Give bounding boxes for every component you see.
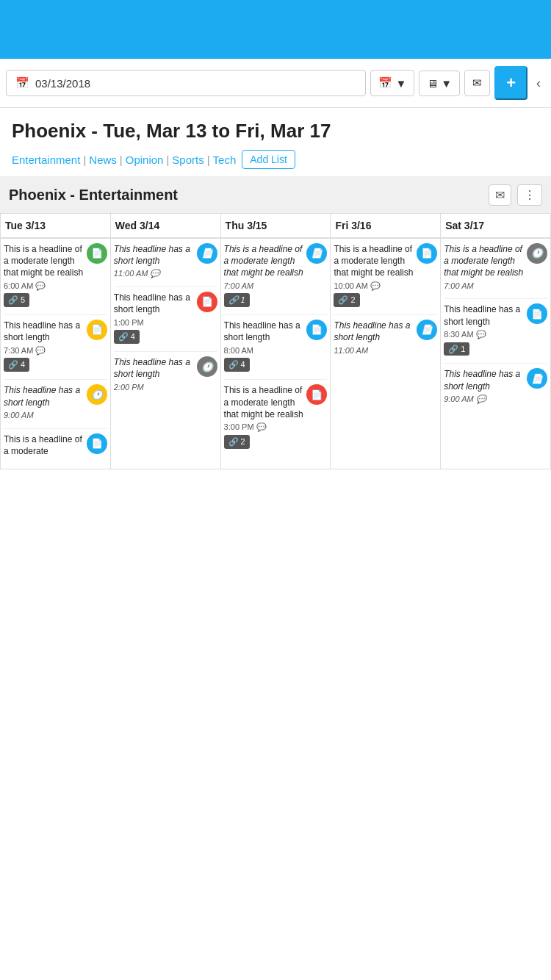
list-item[interactable]: This headline has a short length 📄 1:00 … (114, 292, 217, 344)
comment-icon: 💬 (256, 422, 267, 433)
event-time: 7:30 AM 💬 (4, 345, 107, 356)
divider (444, 298, 547, 299)
paperclip-icon: 🔗 (118, 331, 129, 342)
back-btn[interactable]: ‹ (532, 70, 545, 97)
attachment-badge: 🔗 2 (224, 435, 250, 449)
event-icon-doc: 📄 (306, 320, 327, 340)
calendar-dropdown-btn[interactable]: 📅 ▼ (370, 70, 414, 96)
toolbar: 📅 03/13/2018 📅 ▼ 🖥 ▼ ✉ + ‹ (0, 59, 551, 108)
section-mail-btn[interactable]: ✉ (489, 184, 511, 206)
list-item[interactable]: This headline has a short length 🕐 2:00 … (114, 356, 217, 392)
day-header-thu: Thu 3/15 (221, 214, 331, 239)
paperclip-icon: 🔗 (8, 295, 18, 306)
sep1: | (83, 154, 86, 166)
dropdown-arrow: ▼ (395, 77, 406, 90)
cat-link-news[interactable]: News (89, 154, 117, 166)
mail-icon: ✉ (472, 76, 482, 90)
event-text: This is a headline of a moderate length … (4, 243, 84, 279)
event-icon-doc: 📄 (87, 243, 107, 264)
event-time: 1:00 PM (114, 317, 217, 328)
day-col-fri: This is a headline of a moderate length … (331, 239, 441, 469)
list-item[interactable]: This headline has a short length 🕐 9:00 … (4, 384, 107, 420)
event-text: This headline has a short length (224, 320, 304, 343)
list-item[interactable]: This headline has a short length 📄 9:00 … (444, 368, 547, 404)
comment-icon: 💬 (476, 394, 486, 405)
date-value: 03/13/2018 (35, 77, 90, 90)
paperclip-icon: 🔗 (228, 295, 239, 306)
attachment-badge: 🔗 4 (4, 358, 29, 372)
event-text: This headline has a short length (4, 320, 84, 343)
mail-btn[interactable]: ✉ (464, 70, 490, 96)
sep4: | (207, 154, 210, 166)
event-time: 11:00 AM (334, 345, 437, 356)
cat-link-entertainment[interactable]: Entertainment (12, 154, 80, 166)
section-more-btn[interactable]: ⋮ (517, 184, 542, 206)
add-btn[interactable]: + (494, 66, 527, 100)
divider (334, 314, 437, 315)
event-icon-doc: 📄 (197, 292, 217, 312)
list-item[interactable]: This is a headline of a moderate length … (224, 243, 328, 307)
cat-link-opinion[interactable]: Opinion (126, 154, 164, 166)
calendar-grid-body: This is a headline of a moderate length … (0, 239, 551, 469)
event-icon-doc: 📄 (306, 384, 327, 405)
list-item[interactable]: This is a headline of a moderate 📄 (4, 433, 107, 457)
cat-link-tech[interactable]: Tech (213, 154, 237, 166)
event-time: 11:00 AM 💬 (114, 268, 217, 279)
section-title: Phoenix - Entertainment (9, 187, 178, 203)
divider (4, 314, 107, 315)
event-text: This headline has a short length (114, 243, 194, 267)
back-icon: ‹ (536, 76, 541, 90)
list-item[interactable]: This is a headline of a moderate length … (334, 243, 437, 307)
plus-icon: + (506, 73, 516, 92)
paperclip-icon: 🔗 (338, 295, 348, 306)
list-item[interactable]: This headline has a short length 📄 11:00… (114, 243, 217, 279)
event-time: 3:00 PM 💬 (224, 422, 328, 433)
divider (224, 314, 328, 315)
list-item[interactable]: This headline has a short length 📄 7:30 … (4, 320, 107, 372)
event-text: This headline has a short length (114, 292, 194, 315)
date-picker[interactable]: 📅 03/13/2018 (6, 70, 366, 96)
divider (114, 351, 217, 352)
page-header: Phoenix - Tue, Mar 13 to Fri, Mar 17 Ent… (0, 108, 551, 177)
event-icon-clock: 🕐 (197, 356, 217, 377)
calendar-icon: 📅 (15, 76, 29, 90)
monitor-dropdown-btn[interactable]: 🖥 ▼ (419, 71, 460, 96)
comment-icon: 💬 (35, 281, 46, 292)
divider (114, 287, 217, 287)
list-item[interactable]: This is a headline of a moderate length … (4, 243, 107, 307)
cat-link-sports[interactable]: Sports (172, 154, 204, 166)
event-icon-doc: 📄 (306, 243, 327, 264)
sep3: | (166, 154, 169, 166)
day-col-tue: This is a headline of a moderate length … (1, 239, 111, 469)
divider (444, 363, 547, 364)
attachment-badge: 🔗 5 (4, 293, 29, 307)
attachment-badge: 🔗 4 (224, 358, 250, 372)
event-text: This is a headline of a moderate length … (224, 384, 304, 420)
event-icon-doc: 📄 (527, 368, 547, 389)
list-item[interactable]: This is a headline of a moderate length … (224, 384, 328, 448)
event-time: 7:00 AM (444, 281, 547, 292)
event-text: This headline has a short length (114, 356, 194, 380)
comment-icon: 💬 (476, 329, 486, 340)
event-icon-doc: 📄 (417, 320, 437, 340)
divider (224, 379, 328, 380)
list-item[interactable]: This is a headline of a moderate length … (444, 243, 547, 291)
list-item[interactable]: This headline has a short length 📄 11:00… (334, 320, 437, 356)
section-actions: ✉ ⋮ (489, 184, 542, 206)
event-text: This headline has a short length (444, 368, 524, 392)
event-text: This headline has a short length (4, 384, 84, 408)
monitor-icon: 🖥 (427, 77, 438, 90)
day-header-fri: Fri 3/16 (331, 214, 441, 239)
comment-icon: 💬 (35, 345, 46, 356)
list-item[interactable]: This headline has a short length 📄 8:30 … (444, 303, 547, 356)
divider (4, 428, 107, 429)
event-text: This headline has a short length (444, 303, 524, 327)
event-text: This is a headline of a moderate length … (334, 243, 414, 279)
event-icon-doc: 📄 (197, 243, 217, 264)
sep2: | (120, 154, 123, 166)
event-icon-clock: 🕐 (87, 384, 107, 405)
event-text: This is a headline of a moderate (4, 433, 84, 457)
add-list-button[interactable]: Add List (242, 150, 295, 169)
day-col-sat: This is a headline of a moderate length … (441, 239, 551, 469)
list-item[interactable]: This headline has a short length 📄 8:00 … (224, 320, 328, 372)
